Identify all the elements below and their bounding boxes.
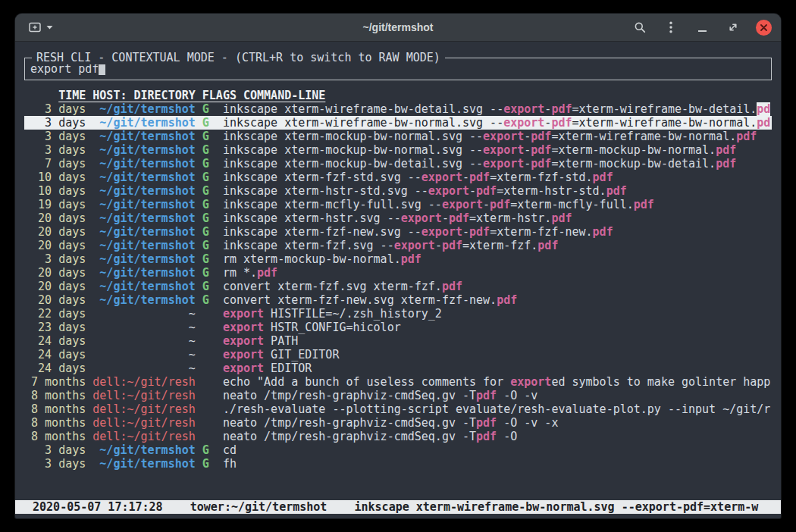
new-tab-icon — [29, 22, 41, 33]
row-time: 24 days — [24, 361, 86, 375]
row-command: convert xterm-fzf-new.svg xterm-fzf-new.… — [223, 293, 517, 307]
match-highlight: pdf — [490, 198, 510, 211]
history-row[interactable]: 20 days ~/git/termshot G convert xterm-f… — [24, 293, 772, 307]
search-button[interactable] — [631, 18, 648, 36]
text-cursor-block — [99, 63, 105, 75]
match-highlight: export — [483, 157, 524, 171]
row-flags: G — [196, 171, 223, 184]
history-row[interactable]: 24 days ~ export EDITOR — [24, 361, 772, 375]
match-highlight: pdf — [401, 252, 422, 266]
row-host-directory: ~/git/termshot — [92, 252, 195, 266]
match-highlight: export — [223, 348, 264, 361]
search-panel-title: RESH CLI - CONTEXTUAL MODE - (CTRL+R to … — [32, 51, 445, 64]
close-button[interactable] — [756, 20, 772, 36]
match-highlight: pdf — [736, 130, 757, 143]
row-host-directory: ~/git/termshot — [92, 184, 195, 198]
history-row[interactable]: 7 days ~/git/termshot G inkscape xterm-m… — [24, 157, 772, 171]
row-flags — [196, 416, 223, 430]
table-header-lead — [24, 89, 58, 102]
match-highlight: export — [401, 211, 442, 225]
titlebar[interactable]: ~/git/termshot — [15, 14, 781, 42]
history-row[interactable]: 23 days ~ export HSTR_CONFIG=hicolor — [24, 321, 772, 334]
search-box[interactable]: RESH CLI - CONTEXTUAL MODE - (CTRL+R to … — [24, 58, 772, 80]
row-command: inkscape xterm-mockup-bw-normal.svg --ex… — [223, 143, 736, 157]
history-row[interactable]: 19 days ~/git/termshot G inkscape xterm-… — [24, 198, 772, 211]
match-highlight: pdf — [531, 143, 551, 157]
terminal-window: ~/git/termshot — [15, 14, 781, 518]
row-flags: G — [196, 116, 223, 130]
row-flags: G — [196, 225, 223, 239]
history-row[interactable]: 20 days ~/git/termshot G inkscape xterm-… — [24, 225, 772, 239]
history-row[interactable]: 22 days ~ export HISTFILE=~/.zsh_history… — [24, 307, 772, 321]
match-highlight: export — [503, 102, 544, 116]
history-row[interactable]: 8 months dell:~/git/resh neato /tmp/resh… — [24, 416, 772, 430]
history-row[interactable]: 3 days ~/git/termshot G inkscape xterm-w… — [24, 102, 772, 116]
row-time: 20 days — [24, 280, 86, 293]
match-highlight: pdf — [551, 102, 572, 116]
history-row[interactable]: 3 days ~/git/termshot G rm xterm-mockup-… — [24, 252, 772, 266]
row-host-directory: ~ — [92, 334, 195, 348]
row-host-directory: ~ — [92, 348, 195, 361]
row-command: inkscape xterm-hstr-std.svg --export-pdf… — [223, 184, 627, 198]
history-row[interactable]: 8 months dell:~/git/resh ./resh-evaluate… — [24, 402, 772, 416]
match-highlight-truncated: pd — [757, 102, 770, 116]
history-row[interactable]: 3 days ~/git/termshot G inkscape xterm-m… — [24, 130, 772, 143]
history-row[interactable]: 24 days ~ export PATH — [24, 334, 772, 348]
row-flags: G — [196, 239, 223, 252]
row-flags: G — [196, 280, 223, 293]
row-host-directory: dell:~/git/resh — [92, 389, 195, 402]
row-command: export GIT_EDITOR — [223, 348, 340, 361]
history-row[interactable]: 7 months dell:~/git/resh echo "Add a bun… — [24, 375, 772, 389]
row-host-directory: ~/git/termshot — [92, 266, 195, 280]
restore-button[interactable] — [725, 18, 741, 36]
history-row[interactable]: 3 days ~/git/termshot G fh — [24, 457, 772, 471]
row-command: echo "Add a bunch of useless comments fo… — [223, 375, 770, 389]
history-row[interactable]: 20 days ~/git/termshot G inkscape xterm-… — [24, 211, 772, 225]
row-time: 3 days — [24, 130, 86, 143]
row-time: 19 days — [24, 198, 86, 211]
row-command: inkscape xterm-wireframe-bw-detail.svg -… — [223, 102, 770, 116]
minimize-button[interactable] — [694, 18, 710, 36]
row-flags: G — [196, 443, 223, 457]
row-host-directory: ~ — [92, 321, 195, 334]
row-host-directory: ~ — [92, 307, 195, 321]
history-row[interactable]: 20 days ~/git/termshot G rm *.pdf — [24, 266, 772, 280]
row-host-directory: ~/git/termshot — [92, 457, 195, 471]
match-highlight: export — [483, 130, 524, 143]
row-time: 8 months — [24, 389, 86, 402]
menu-button[interactable] — [663, 18, 679, 36]
row-host-directory: ~ — [92, 361, 195, 375]
history-row[interactable]: 8 months dell:~/git/resh neato /tmp/resh… — [24, 389, 772, 402]
history-row-selected[interactable]: 3 days ~/git/termshot G inkscape xterm-w… — [24, 116, 772, 130]
history-row[interactable]: 3 days ~/git/termshot G cd — [24, 443, 772, 457]
row-flags: G — [196, 293, 223, 307]
match-highlight: pdf — [537, 239, 558, 252]
match-highlight: pdf — [634, 198, 654, 211]
history-row[interactable]: 20 days ~/git/termshot G convert xterm-f… — [24, 280, 772, 293]
history-row[interactable]: 20 days ~/git/termshot G inkscape xterm-… — [24, 239, 772, 252]
match-highlight: pdf — [593, 171, 613, 184]
row-flags — [196, 348, 223, 361]
match-highlight: export — [223, 334, 264, 348]
history-row[interactable]: 10 days ~/git/termshot G inkscape xterm-… — [24, 171, 772, 184]
history-list: 3 days ~/git/termshot G inkscape xterm-w… — [24, 102, 772, 471]
history-row[interactable]: 24 days ~ export GIT_EDITOR — [24, 348, 772, 361]
new-tab-button[interactable] — [24, 19, 58, 36]
history-row[interactable]: 3 days ~/git/termshot G inkscape xterm-m… — [24, 143, 772, 157]
match-highlight: pdf — [716, 157, 736, 171]
row-time: 8 months — [24, 402, 86, 416]
row-flags — [196, 402, 223, 416]
match-highlight: export — [223, 321, 264, 334]
row-flags — [196, 389, 223, 402]
history-row[interactable]: 10 days ~/git/termshot G inkscape xterm-… — [24, 184, 772, 198]
row-host-directory: ~/git/termshot — [92, 130, 195, 143]
row-command: inkscape xterm-mcfly-full.svg --export-p… — [223, 198, 654, 211]
row-time: 7 months — [24, 375, 86, 389]
match-highlight: pdf — [476, 184, 497, 198]
row-command: rm *.pdf — [223, 266, 277, 280]
history-row[interactable]: 8 months dell:~/git/resh neato /tmp/resh… — [24, 430, 772, 443]
match-highlight: pdf — [593, 225, 613, 239]
match-highlight: pdf — [449, 211, 469, 225]
row-command: cd — [223, 443, 237, 457]
row-host-directory: ~/git/termshot — [92, 143, 195, 157]
